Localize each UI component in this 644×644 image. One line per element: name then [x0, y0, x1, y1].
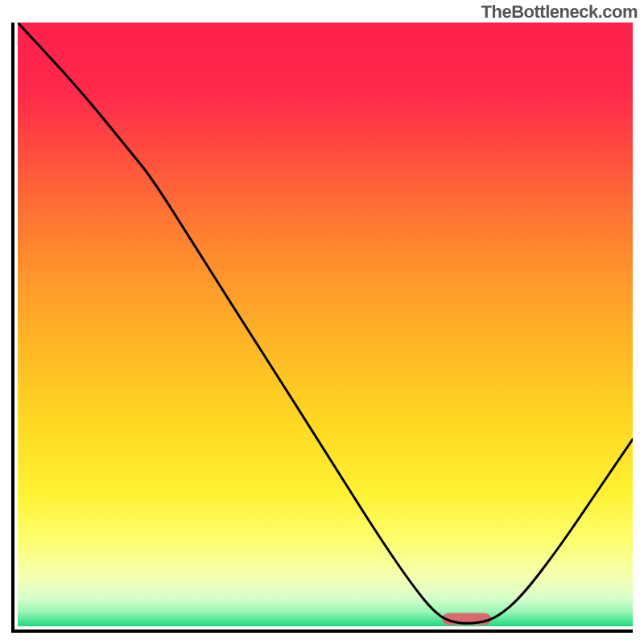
plot-area	[18, 23, 633, 626]
chart-frame: TheBottleneck.com	[0, 0, 644, 644]
gradient-background	[18, 23, 633, 626]
plot-svg	[18, 23, 633, 626]
plot-axes	[11, 23, 633, 633]
watermark-text: TheBottleneck.com	[481, 2, 638, 23]
